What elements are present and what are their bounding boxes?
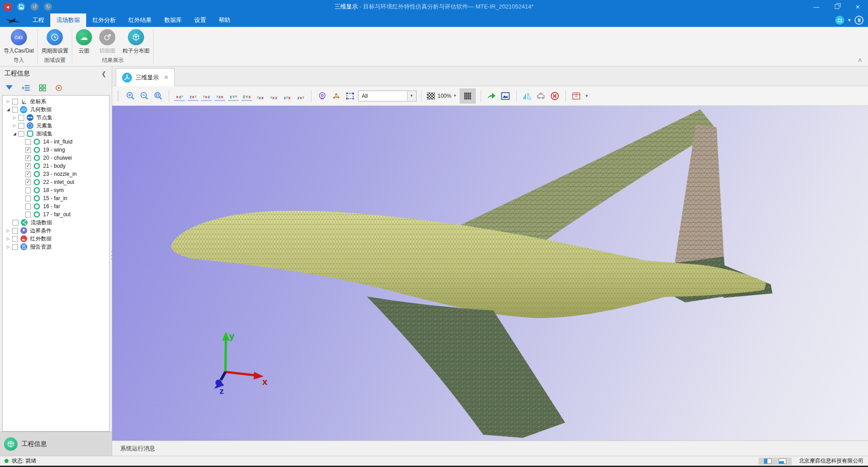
package-save-icon[interactable]: [571, 90, 582, 101]
tree-row-face[interactable]: 21 - body: [3, 162, 109, 170]
titlebar-dropdown-chevron-icon[interactable]: ▼: [847, 18, 851, 22]
tree-checkbox[interactable]: [25, 163, 31, 169]
snapshot-icon[interactable]: [500, 90, 511, 101]
particle-distribution-button[interactable]: 粒子分布图: [123, 28, 149, 55]
tree-checkbox[interactable]: [13, 220, 18, 226]
menu-settings[interactable]: 设置: [188, 13, 212, 27]
tree-checkbox[interactable]: [18, 115, 24, 121]
undo-icon[interactable]: ↺: [31, 3, 39, 11]
expander-icon[interactable]: ◢: [12, 131, 18, 136]
filter-icon[interactable]: [5, 85, 13, 91]
particle-nodes-icon[interactable]: [330, 90, 342, 101]
display-filter-select[interactable]: All ▼: [358, 91, 416, 101]
list-icon[interactable]: [22, 85, 30, 91]
import-cas-dat-button[interactable]: cas 导入Cas/Dat: [4, 28, 34, 55]
ribbon-collapse-icon[interactable]: ᐱ: [858, 57, 862, 63]
tree-row-node-set[interactable]: ▷ 节点集: [3, 113, 109, 122]
expander-icon[interactable]: ◢: [5, 107, 11, 112]
menu-project[interactable]: 工程: [26, 13, 50, 27]
tree-row-face[interactable]: 22 - inlet_out: [3, 178, 109, 186]
tree-row-face[interactable]: 14 - int_fluid: [3, 138, 109, 146]
menu-ir-analysis[interactable]: 红外分析: [86, 13, 122, 27]
tree-checkbox[interactable]: [25, 155, 31, 161]
tree-row-face[interactable]: 23 - nozzle_in: [3, 170, 109, 178]
save-icon[interactable]: [17, 3, 25, 11]
expander-icon[interactable]: ▷: [5, 228, 11, 233]
tree-row-face[interactable]: 20 - chuiwei: [3, 154, 109, 162]
tree-checkbox[interactable]: [12, 236, 18, 242]
tree-row-face[interactable]: 19 - wing: [3, 146, 109, 154]
zoom-out-icon[interactable]: [139, 90, 150, 101]
viewport-3d[interactable]: y x z: [112, 106, 868, 441]
view-right-icon[interactable]: ʸzx: [215, 91, 225, 101]
expander-icon[interactable]: ▷: [5, 236, 11, 241]
period-face-settings-button[interactable]: 周期面设置: [41, 28, 68, 55]
tree-checkbox[interactable]: [25, 147, 31, 153]
tree-row-face-set[interactable]: ◢ 面域集: [3, 130, 109, 138]
layout-bottom-panel-icon[interactable]: [779, 458, 786, 464]
tree-checkbox[interactable]: [25, 171, 31, 177]
panel-bottom-bar[interactable]: 工程信息: [0, 432, 112, 456]
close-button[interactable]: ✕: [847, 0, 868, 13]
view-bottom-icon[interactable]: z̄Yx: [241, 91, 252, 101]
cloud-map-button[interactable]: ☁ 云图: [76, 28, 92, 55]
tree-checkbox[interactable]: [25, 212, 31, 218]
tree-row-flowfield-data[interactable]: 流场数据: [3, 218, 109, 227]
tree-checkbox[interactable]: [18, 123, 24, 129]
camera-icon[interactable]: [316, 90, 328, 101]
view-front-icon[interactable]: xzʸ: [174, 91, 185, 101]
redo-icon[interactable]: ↻: [44, 3, 52, 11]
zoom-level-dropdown[interactable]: 100% ▼: [438, 93, 457, 99]
view-iso-3-icon[interactable]: zʸx: [282, 91, 293, 101]
assistant-icon[interactable]: [835, 16, 844, 25]
tree-checkbox[interactable]: [12, 107, 18, 113]
tree-row-ir-data[interactable]: ▷ 红外数据: [3, 235, 109, 243]
export-arrow-icon[interactable]: [486, 90, 497, 101]
tree-row-element-set[interactable]: ▷ 元素集: [3, 122, 109, 130]
grid-icon[interactable]: [39, 84, 46, 92]
tree-checkbox[interactable]: [18, 131, 24, 137]
tree-checkbox[interactable]: [12, 228, 18, 234]
view-back-icon[interactable]: zxʸ: [188, 91, 198, 101]
expander-icon[interactable]: ▷: [12, 123, 18, 128]
tree-checkbox[interactable]: [25, 196, 31, 201]
package-chevron-icon[interactable]: ▼: [585, 94, 589, 98]
view-iso-2-icon[interactable]: ʸxz: [268, 91, 279, 101]
tree-row-report-resources[interactable]: ▷ 报告资源: [3, 243, 109, 251]
view-top-icon[interactable]: zYˣ: [228, 91, 239, 101]
view-iso-4-icon[interactable]: zxʸ: [295, 91, 306, 101]
locate-target-icon[interactable]: [55, 84, 62, 92]
menu-help[interactable]: 帮助: [212, 13, 237, 27]
expander-icon[interactable]: ▷: [5, 99, 11, 104]
tree-row-face[interactable]: 15 - far_in: [3, 194, 109, 202]
select-rect-icon[interactable]: [344, 90, 355, 101]
tree-row-face[interactable]: 18 - sym: [3, 186, 109, 194]
tab-close-icon[interactable]: ✕: [164, 74, 169, 81]
expander-icon[interactable]: ▷: [5, 244, 11, 249]
tree-checkbox[interactable]: [25, 204, 31, 209]
maximize-button[interactable]: [827, 0, 847, 13]
tree-row-face[interactable]: 16 - far: [3, 202, 109, 210]
zoom-fit-icon[interactable]: [153, 90, 164, 101]
combo-dropdown-icon[interactable]: ▼: [407, 92, 416, 100]
tree-checkbox[interactable]: [12, 99, 18, 105]
tree-checkbox[interactable]: [25, 188, 31, 193]
menu-database[interactable]: 数据库: [158, 13, 188, 27]
notebook-icon[interactable]: [855, 16, 864, 25]
tree-checkbox[interactable]: [25, 179, 31, 185]
remove-icon[interactable]: [549, 90, 561, 101]
menu-flowfield-data[interactable]: 流场数据: [50, 13, 86, 27]
tree-row-coordinate-system[interactable]: ▷ 坐标系: [3, 97, 109, 105]
minimize-button[interactable]: —: [806, 0, 827, 13]
tree-row-face[interactable]: 17 - far_out: [3, 210, 109, 218]
tree-row-geometry-data[interactable]: ◢ 几何数据: [3, 105, 109, 113]
menu-ir-results[interactable]: 红外结果: [122, 13, 158, 27]
view-iso-1-icon[interactable]: ʸzx: [255, 91, 266, 101]
expander-icon[interactable]: ▷: [12, 115, 18, 120]
panel-collapse-icon[interactable]: ❮: [101, 70, 106, 77]
tab-3d-display[interactable]: 三维显示 ✕: [116, 68, 175, 86]
layout-left-panel-icon[interactable]: [764, 458, 772, 464]
toolbar-grip[interactable]: [118, 91, 120, 101]
tree-row-boundary-conditions[interactable]: ▷ 边界条件: [3, 227, 109, 235]
mesh-toggle-button[interactable]: [460, 88, 476, 104]
